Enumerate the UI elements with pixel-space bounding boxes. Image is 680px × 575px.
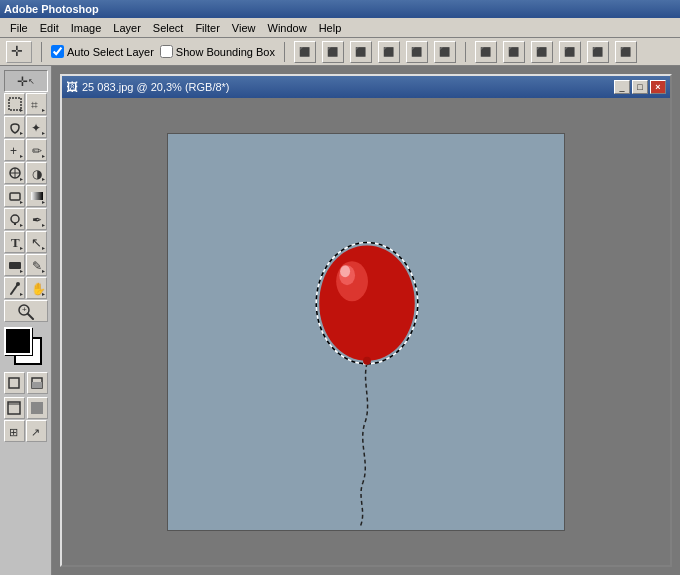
menu-help[interactable]: Help <box>313 20 348 36</box>
menu-filter[interactable]: Filter <box>189 20 225 36</box>
dist-vert-btn[interactable]: ⬛ <box>503 41 525 63</box>
menu-bar: File Edit Image Layer Select Filter View… <box>0 18 680 38</box>
align-mid-right-btn[interactable]: ⬛ <box>434 41 456 63</box>
menu-file[interactable]: File <box>4 20 34 36</box>
svg-point-23 <box>16 282 20 286</box>
svg-text:+: + <box>22 305 27 314</box>
menu-image[interactable]: Image <box>65 20 108 36</box>
quick-mask-row <box>4 372 48 394</box>
foreground-color-swatch[interactable] <box>4 327 32 355</box>
svg-rect-33 <box>31 402 43 414</box>
heal-tool[interactable]: + ▸ <box>4 139 25 161</box>
clone-tool[interactable]: ▸ <box>4 162 25 184</box>
screen-mode-1[interactable] <box>4 397 25 419</box>
svg-line-26 <box>28 314 33 319</box>
svg-text:◑: ◑ <box>32 167 42 181</box>
svg-text:✒: ✒ <box>32 213 42 227</box>
move-tool-options-icon: ✛ <box>6 41 32 63</box>
dist-5-btn[interactable]: ⬛ <box>587 41 609 63</box>
options-sep-1 <box>41 42 42 62</box>
pen-tool[interactable]: ✒ ▸ <box>26 208 47 230</box>
options-bar: ✛ Auto Select Layer Show Bounding Box ⬛ … <box>0 38 680 66</box>
balloon-specular <box>340 265 350 277</box>
doc-title-text: 🖼 25 083.jpg @ 20,3% (RGB/8*) <box>66 80 230 94</box>
dist-horiz-btn[interactable]: ⬛ <box>475 41 497 63</box>
align-top-right-btn[interactable]: ⬛ <box>350 41 372 63</box>
balloon-string <box>360 362 368 526</box>
align-mid-left-btn[interactable]: ⬛ <box>378 41 400 63</box>
extra-tools-row: ⊞ ↗ <box>4 420 47 442</box>
balloon-image <box>168 134 564 530</box>
color-swatches[interactable] <box>4 327 48 367</box>
svg-rect-4 <box>9 98 21 110</box>
svg-text:✛: ✛ <box>11 43 23 59</box>
magic-wand-tool[interactable]: ✦ ▸ <box>26 116 47 138</box>
path-select-tool[interactable]: ↖ ▸ <box>26 231 47 253</box>
normal-mode-btn[interactable] <box>4 372 25 394</box>
shape-tool[interactable]: ▸ <box>4 254 25 276</box>
menu-window[interactable]: Window <box>262 20 313 36</box>
doc-close-btn[interactable]: × <box>650 80 666 94</box>
align-top-left-btn[interactable]: ⬛ <box>294 41 316 63</box>
gradient-tool[interactable]: ▸ <box>26 185 47 207</box>
align-top-center-btn[interactable]: ⬛ <box>322 41 344 63</box>
heal-tools-row: + ▸ ✏ ▸ <box>4 139 47 161</box>
doc-title-bar: 🖼 25 083.jpg @ 20,3% (RGB/8*) _ □ × <box>62 76 670 98</box>
menu-view[interactable]: View <box>226 20 262 36</box>
menu-edit[interactable]: Edit <box>34 20 65 36</box>
doc-window-buttons: _ □ × <box>614 80 666 94</box>
shape-tools-row: ▸ ✎ ▸ <box>4 254 47 276</box>
screen-mode-2[interactable] <box>27 397 48 419</box>
svg-text:↗: ↗ <box>31 426 40 438</box>
history-tool[interactable]: ◑ ▸ <box>26 162 47 184</box>
dodge-tools-row: ▸ ✒ ▸ <box>4 208 47 230</box>
app-title: Adobe Photoshop <box>4 3 99 15</box>
auto-select-layer-label[interactable]: Auto Select Layer <box>51 45 154 58</box>
jump-to-imageready[interactable]: ⊞ <box>4 420 25 442</box>
doc-title-icon: 🖼 <box>66 80 78 94</box>
dist-horiz2-btn[interactable]: ⬛ <box>531 41 553 63</box>
zoom-tool[interactable]: + <box>4 300 48 322</box>
move-tool[interactable]: ✛ ↖ <box>4 70 48 92</box>
notes-tool[interactable]: ✎ ▸ <box>26 254 47 276</box>
auto-select-layer-checkbox[interactable] <box>51 45 64 58</box>
doc-window: 🖼 25 083.jpg @ 20,3% (RGB/8*) _ □ × <box>60 74 672 567</box>
doc-minimize-btn[interactable]: _ <box>614 80 630 94</box>
svg-text:↖: ↖ <box>31 235 42 250</box>
dist-vert2-btn[interactable]: ⬛ <box>559 41 581 63</box>
show-bounding-box-label[interactable]: Show Bounding Box <box>160 45 275 58</box>
show-bounding-box-text: Show Bounding Box <box>176 46 275 58</box>
lasso-tool[interactable]: ▸ <box>4 116 25 138</box>
extras-btn[interactable]: ↗ <box>26 420 47 442</box>
doc-maximize-btn[interactable]: □ <box>632 80 648 94</box>
auto-select-label-text: Auto Select Layer <box>67 46 154 58</box>
canvas-area: 🖼 25 083.jpg @ 20,3% (RGB/8*) _ □ × <box>52 66 680 575</box>
eraser-tools-row: ▸ ▸ <box>4 185 47 207</box>
brush-tool[interactable]: ✏ ▸ <box>26 139 47 161</box>
align-mid-center-btn[interactable]: ⬛ <box>406 41 428 63</box>
type-tool[interactable]: T ▸ <box>4 231 25 253</box>
svg-text:✛: ✛ <box>17 74 28 89</box>
menu-select[interactable]: Select <box>147 20 190 36</box>
eraser-tool[interactable]: ▸ <box>4 185 25 207</box>
options-sep-3 <box>465 42 466 62</box>
svg-text:+: + <box>10 144 17 158</box>
balloon-body <box>319 245 415 360</box>
svg-text:✏: ✏ <box>32 144 42 158</box>
crop-tool[interactable]: ⌗ ▸ <box>26 93 47 115</box>
title-bar: Adobe Photoshop <box>0 0 680 18</box>
eyedropper-tool[interactable]: ▸ <box>4 277 25 299</box>
quick-mask-btn[interactable] <box>27 372 48 394</box>
menu-layer[interactable]: Layer <box>107 20 147 36</box>
doc-title-label: 25 083.jpg @ 20,3% (RGB/8*) <box>82 81 230 93</box>
dodge-tool[interactable]: ▸ <box>4 208 25 230</box>
dist-6-btn[interactable]: ⬛ <box>615 41 637 63</box>
selection-tools-row: ▸ ⌗ ▸ <box>4 93 47 115</box>
hand-tool[interactable]: ✋ ▸ <box>26 277 47 299</box>
svg-text:↖: ↖ <box>28 77 35 86</box>
marquee-rect-tool[interactable]: ▸ <box>4 93 25 115</box>
lasso-tools-row: ▸ ✦ ▸ <box>4 116 47 138</box>
show-bounding-box-checkbox[interactable] <box>160 45 173 58</box>
svg-text:✦: ✦ <box>31 121 41 135</box>
svg-rect-20 <box>9 262 21 269</box>
